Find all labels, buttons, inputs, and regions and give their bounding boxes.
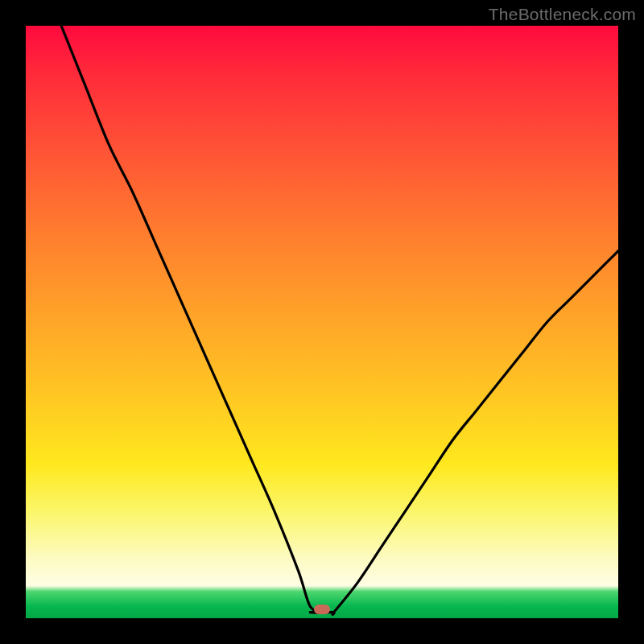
plot-area [26,26,618,618]
chart-frame: TheBottleneck.com [0,0,644,644]
watermark-text: TheBottleneck.com [489,5,636,24]
bottleneck-curve [26,26,618,618]
bottleneck-marker [314,605,330,614]
